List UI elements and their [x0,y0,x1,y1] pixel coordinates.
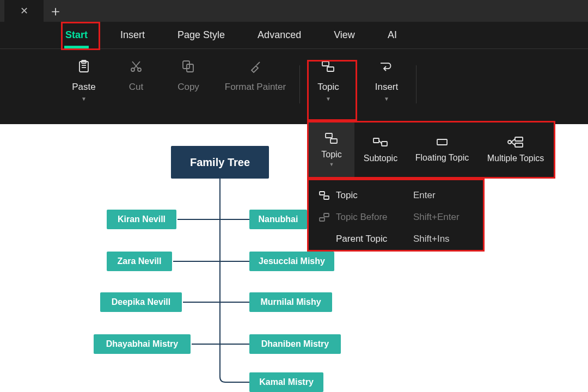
tab-strip: ✕ ＋ [0,0,588,22]
topic-button[interactable]: Topic ▼ [303,59,353,102]
submenu-item-topic[interactable]: Topic Enter [309,185,483,206]
tree-node-right-3[interactable]: Dhaniben Mistry [249,334,341,354]
browser-tab[interactable]: ✕ [4,0,44,22]
separator [416,65,416,103]
svg-rect-18 [515,143,523,147]
subtopic-icon [372,136,389,148]
chevron-down-icon: ▼ [81,96,87,102]
svg-rect-17 [515,137,523,141]
copy-button[interactable]: Copy [162,59,215,93]
menu-start[interactable]: Start [65,22,88,49]
close-icon[interactable]: ✕ [20,5,28,17]
ribbon-toolbar: Paste ▼ Cut Copy Format Painter Topic ▼ … [0,49,588,124]
topic-option-multiple[interactable]: Multiple Topics [477,122,554,177]
separator [357,65,357,103]
clipboard-icon [77,59,90,74]
topic-option-floating[interactable]: Floating Topic [407,122,477,177]
svg-rect-23 [324,213,329,217]
topic-icon [324,132,339,144]
topic-option-subtopic[interactable]: Subtopic [354,122,407,177]
topic-before-icon [318,212,330,222]
menu-page-style[interactable]: Page Style [177,22,225,49]
root-node[interactable]: Family Tree [171,146,269,179]
menu-advanced[interactable]: Advanced [258,22,301,49]
chevron-down-icon: ▼ [384,96,389,102]
insert-button[interactable]: Insert ▼ [360,59,413,102]
multiple-topics-icon [507,136,524,148]
tree-node-left-3[interactable]: Dhayabhai Mistry [94,334,191,354]
chevron-down-icon: ▼ [326,96,331,102]
svg-rect-16 [437,139,447,145]
cut-button[interactable]: Cut [110,59,162,93]
insert-icon [378,60,395,73]
svg-rect-9 [187,64,193,72]
submenu-item-topic-before: Topic Before Shift+Enter [309,206,483,228]
paste-button[interactable]: Paste ▼ [58,59,110,102]
svg-rect-12 [326,133,332,138]
svg-rect-11 [327,67,334,71]
svg-rect-14 [373,138,379,143]
topic-icon [318,191,330,200]
topic-submenu: Topic Enter Topic Before Shift+Enter Par… [307,179,485,252]
new-tab-button[interactable]: ＋ [44,0,68,22]
topic-dropdown-panel: Topic ▼ Subtopic Floating Topic Multiple… [307,121,555,179]
menu-ai[interactable]: AI [388,22,397,49]
topic-option-topic[interactable]: Topic ▼ [309,122,354,177]
brush-icon [248,59,262,74]
scissors-icon [130,59,143,74]
submenu-item-parent-topic[interactable]: Parent Topic Shift+Ins [309,228,483,250]
separator [299,65,300,103]
svg-rect-20 [320,192,324,195]
copy-icon [181,59,195,74]
svg-rect-15 [382,142,387,146]
tree-node-right-1[interactable]: Jesucclai Mishy [249,252,334,271]
floating-topic-icon [434,137,450,148]
svg-rect-21 [324,196,329,199]
tree-node-left-1[interactable]: Zara Nevill [107,252,172,271]
svg-rect-8 [183,61,189,69]
svg-point-19 [508,140,511,144]
menu-view[interactable]: View [334,22,355,49]
tree-node-left-0[interactable]: Kiran Nevill [107,210,176,229]
topic-icon [321,60,336,73]
tree-node-right-0[interactable]: Nanubhai [249,210,307,229]
chevron-down-icon: ▼ [329,162,334,167]
svg-rect-22 [320,218,324,221]
menu-insert[interactable]: Insert [120,22,145,49]
svg-rect-10 [322,62,329,66]
menu-bar: Start Insert Page Style Advanced View AI [0,22,588,49]
tree-node-left-2[interactable]: Deepika Nevill [100,292,182,312]
svg-rect-13 [330,139,337,143]
tree-node-right-2[interactable]: Murnilal Mishy [249,292,332,312]
format-painter-button[interactable]: Format Painter [215,59,296,93]
tree-node-right-4[interactable]: Kamal Mistry [249,372,323,392]
